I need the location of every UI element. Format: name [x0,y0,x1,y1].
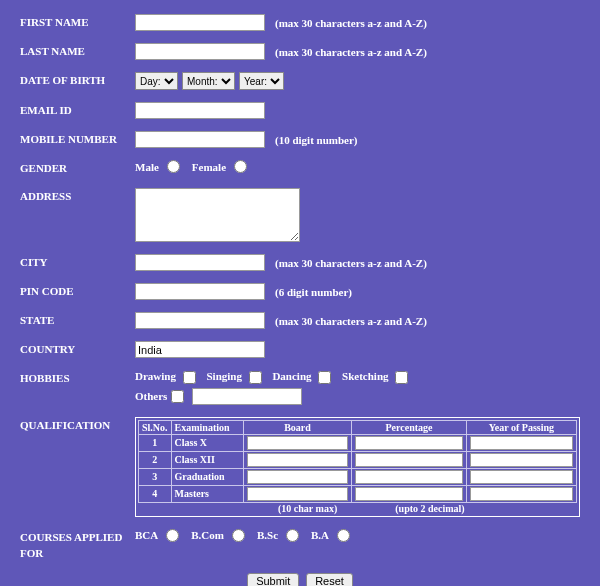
board-input-1[interactable] [247,436,349,450]
gender-male-label: Male [135,161,159,173]
gender-male-radio[interactable] [167,160,180,173]
board-input-2[interactable] [247,453,349,467]
address-label: ADDRESS [20,188,135,204]
percentage-hint: (upto 2 decimal) [395,503,464,514]
percentage-input-4[interactable] [355,487,462,501]
email-input[interactable] [135,102,265,119]
year-input-3[interactable] [470,470,573,484]
percentage-input-2[interactable] [355,453,462,467]
reset-button[interactable]: Reset [306,573,353,586]
row-exam: Masters [171,485,243,502]
courses-label: COURSES APPLIED FOR [20,529,135,561]
first-name-label: FIRST NAME [20,14,135,30]
hobby-dancing-checkbox[interactable] [318,371,331,384]
hobby-others-label: Others [135,390,167,402]
state-label: STATE [20,312,135,328]
city-hint: (max 30 characters a-z and A-Z) [275,257,427,269]
year-input-4[interactable] [470,487,573,501]
email-label: EMAIL ID [20,102,135,118]
hobby-others-input[interactable] [192,388,302,405]
board-input-3[interactable] [247,470,349,484]
gender-female-radio[interactable] [234,160,247,173]
city-label: CITY [20,254,135,270]
mobile-input[interactable] [135,131,265,148]
board-hint: (10 char max) [278,503,337,514]
percentage-input-1[interactable] [355,436,462,450]
header-slno: Sl.No. [139,420,172,434]
hobby-others-checkbox[interactable] [171,390,184,403]
state-input[interactable] [135,312,265,329]
qualification-table-wrap: Sl.No. Examination Board Percentage Year… [135,417,580,517]
header-year: Year of Passing [466,420,576,434]
last-name-input[interactable] [135,43,265,60]
gender-label: GENDER [20,160,135,176]
course-bca-label: BCA [135,529,158,541]
header-exam: Examination [171,420,243,434]
address-textarea[interactable] [135,188,300,242]
table-header-row: Sl.No. Examination Board Percentage Year… [139,420,577,434]
year-input-2[interactable] [470,453,573,467]
dob-label: DATE OF BIRTH [20,72,135,88]
mobile-hint: (10 digit number) [275,134,358,146]
row-no: 1 [139,434,172,451]
row-exam: Class XII [171,451,243,468]
pin-hint: (6 digit number) [275,286,352,298]
course-bca-radio[interactable] [166,529,179,542]
hobby-singing-checkbox[interactable] [249,371,262,384]
registration-form: FIRST NAME (max 30 characters a-z and A-… [0,0,600,586]
table-row: 1 Class X [139,434,577,451]
dob-month-select[interactable]: Month: [182,72,235,90]
board-input-4[interactable] [247,487,349,501]
table-row: 4 Masters [139,485,577,502]
year-input-1[interactable] [470,436,573,450]
submit-button[interactable]: Submit [247,573,299,586]
hobby-singing-label: Singing [206,370,241,382]
last-name-label: LAST NAME [20,43,135,59]
hobby-drawing-checkbox[interactable] [183,371,196,384]
country-label: COUNTRY [20,341,135,357]
course-ba-label: B.A [311,529,329,541]
hobby-dancing-label: Dancing [272,370,311,382]
course-bsc-radio[interactable] [286,529,299,542]
course-bsc-label: B.Sc [257,529,278,541]
state-hint: (max 30 characters a-z and A-Z) [275,315,427,327]
header-board: Board [243,420,352,434]
row-no: 4 [139,485,172,502]
table-row: 2 Class XII [139,451,577,468]
pin-label: PIN CODE [20,283,135,299]
first-name-input[interactable] [135,14,265,31]
table-row: 3 Graduation [139,468,577,485]
dob-year-select[interactable]: Year: [239,72,284,90]
row-exam: Class X [171,434,243,451]
first-name-hint: (max 30 characters a-z and A-Z) [275,17,427,29]
qualification-label: QUALIFICATION [20,417,135,433]
hobby-drawing-label: Drawing [135,370,176,382]
last-name-hint: (max 30 characters a-z and A-Z) [275,46,427,58]
country-input[interactable] [135,341,265,358]
hobbies-label: HOBBIES [20,370,135,386]
hobby-sketching-label: Sketching [342,370,388,382]
course-bcom-radio[interactable] [232,529,245,542]
mobile-label: MOBILE NUMBER [20,131,135,147]
course-ba-radio[interactable] [337,529,350,542]
pin-input[interactable] [135,283,265,300]
gender-female-label: Female [192,161,226,173]
percentage-input-3[interactable] [355,470,462,484]
dob-day-select[interactable]: Day: [135,72,178,90]
qual-hints: (10 char max) (upto 2 decimal) [138,503,577,514]
row-exam: Graduation [171,468,243,485]
course-bcom-label: B.Com [191,529,224,541]
city-input[interactable] [135,254,265,271]
header-percentage: Percentage [352,420,466,434]
row-no: 2 [139,451,172,468]
qualification-table: Sl.No. Examination Board Percentage Year… [138,420,577,503]
row-no: 3 [139,468,172,485]
hobby-sketching-checkbox[interactable] [395,371,408,384]
